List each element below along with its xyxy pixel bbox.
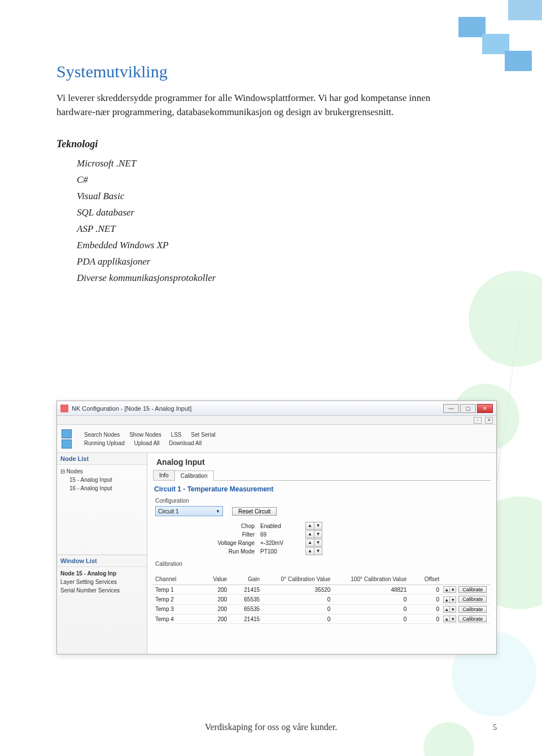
circuit-combo[interactable]: Circuit 1 ▼ <box>155 506 223 516</box>
offset-spin[interactable]: ▲▼ <box>444 596 456 603</box>
tech-item: ASP .NET <box>77 221 497 238</box>
cell-gain: 65535 <box>229 595 262 604</box>
intro-paragraph: Vi leverer skreddersydde programmer for … <box>56 91 440 119</box>
cell-hundred-cal: 0 <box>333 605 409 613</box>
cell-value: 200 <box>196 615 229 623</box>
tech-heading: Teknologi <box>56 138 497 150</box>
mdi-restore-button[interactable]: ▫ <box>474 417 482 424</box>
arrow-down-icon[interactable]: ▼ <box>314 531 322 538</box>
offset-spin[interactable]: ▲▼ <box>444 616 456 622</box>
arrow-down-icon[interactable]: ▼ <box>314 539 322 546</box>
tree-item[interactable]: 16 - Analog Input <box>60 484 143 493</box>
col-header: Channel <box>153 575 196 583</box>
arrow-up-icon[interactable]: ▲ <box>306 539 314 546</box>
window-list[interactable]: Node 15 - Analog Inp Layer Setting Servi… <box>57 567 147 654</box>
menu-item[interactable]: LSS <box>171 432 182 438</box>
table-row: Temp 220065535000▲▼Calibrate <box>153 595 491 604</box>
close-button[interactable]: ✕ <box>477 404 493 413</box>
cell-offset: 0 <box>409 615 442 623</box>
cell-hundred-cal: 0 <box>333 615 409 623</box>
tech-item: Diverse kommunikasjonsprotokoller <box>77 270 497 287</box>
reset-circuit-button[interactable]: Reset Circuit <box>232 507 277 516</box>
menu-item[interactable]: Running Upload <box>84 440 125 446</box>
cell-zero-cal: 35520 <box>262 586 333 594</box>
page-number: 5 <box>493 723 497 732</box>
minimize-button[interactable]: — <box>443 404 459 413</box>
arrow-up-icon[interactable]: ▲ <box>306 522 314 529</box>
menu-item[interactable]: Show Nodes <box>129 432 161 438</box>
menu-item[interactable]: Upload All <box>134 440 160 446</box>
arrow-down-icon[interactable]: ▼ <box>314 522 322 529</box>
menu-item[interactable]: Search Nodes <box>84 432 120 438</box>
arrow-up-icon[interactable]: ▲ <box>306 531 314 538</box>
cell-zero-cal: 0 <box>262 595 333 604</box>
cell-channel: Temp 3 <box>153 605 196 613</box>
arrow-up-icon[interactable]: ▲ <box>306 548 314 555</box>
spin-control[interactable]: ▲▼ <box>305 547 322 555</box>
param-value: 69 <box>260 531 305 538</box>
table-row: Temp 12002141535520488210▲▼Calibrate <box>153 585 491 595</box>
col-header: Offset <box>409 575 442 583</box>
arrow-down-icon[interactable]: ▼ <box>449 586 456 593</box>
tech-item: Microsoft .NET <box>77 156 497 172</box>
cell-value: 200 <box>196 605 229 613</box>
calibrate-button[interactable]: Calibrate <box>458 616 487 622</box>
calibration-label: Calibration <box>155 561 491 567</box>
arrow-down-icon[interactable]: ▼ <box>449 616 456 622</box>
mdi-close-button[interactable]: ✕ <box>485 417 493 424</box>
col-header: Gain <box>229 575 262 583</box>
offset-spin[interactable]: ▲▼ <box>444 606 456 613</box>
toolbar: Search Nodes Show Nodes LSS Set Serial R… <box>57 425 496 453</box>
tab-calibration[interactable]: Calibration <box>174 471 214 481</box>
param-value: PT100 <box>260 548 305 555</box>
cell-gain: 21415 <box>229 586 262 594</box>
menu-item[interactable]: Download All <box>169 440 202 446</box>
cell-zero-cal: 0 <box>262 615 333 623</box>
toolbar-icon[interactable] <box>62 439 72 449</box>
cell-value: 200 <box>196 595 229 604</box>
app-icon <box>60 405 68 412</box>
param-value: Enabled <box>260 523 305 529</box>
window-list-item[interactable]: Node 15 - Analog Inp <box>60 569 143 578</box>
param-label: Filter <box>198 531 260 538</box>
offset-spin[interactable]: ▲▼ <box>444 586 456 593</box>
mdi-child-controls: ▫ ✕ <box>57 416 496 425</box>
tech-item: Embedded Windows XP <box>77 238 497 254</box>
chevron-down-icon: ▼ <box>216 509 220 514</box>
table-row: Temp 420021415000▲▼Calibrate <box>153 614 491 624</box>
tree-item[interactable]: 15 - Analog Input <box>60 476 143 484</box>
param-label: Chop <box>198 523 260 529</box>
col-header: 0° Calibration Value <box>262 575 333 583</box>
app-screenshot: NK Configuration - [Node 15 - Analog Inp… <box>56 401 497 654</box>
spin-control[interactable]: ▲▼ <box>305 539 322 547</box>
col-header: 100° Calibration Value <box>333 575 409 583</box>
cell-gain: 65535 <box>229 605 262 613</box>
param-label: Run Mode <box>198 548 260 555</box>
node-tree[interactable]: ⊟ Nodes 15 - Analog Input 16 - Analog In… <box>57 465 147 555</box>
cell-channel: Temp 4 <box>153 615 196 623</box>
table-row: Temp 320065535000▲▼Calibrate <box>153 605 491 614</box>
calibrate-button[interactable]: Calibrate <box>458 606 487 613</box>
tab-info[interactable]: Info <box>153 470 175 480</box>
menu-item[interactable]: Set Serial <box>191 432 215 438</box>
tree-root[interactable]: Nodes <box>67 468 83 474</box>
calibrate-button[interactable]: Calibrate <box>458 586 487 593</box>
window-list-header: Window List <box>57 555 147 567</box>
spin-control[interactable]: ▲▼ <box>305 522 322 530</box>
col-header <box>442 575 491 583</box>
cell-channel: Temp 1 <box>153 586 196 594</box>
arrow-down-icon[interactable]: ▼ <box>449 606 456 613</box>
spin-control[interactable]: ▲▼ <box>305 530 322 538</box>
maximize-button[interactable]: ▢ <box>460 404 476 413</box>
arrow-down-icon[interactable]: ▼ <box>314 548 322 555</box>
arrow-down-icon[interactable]: ▼ <box>449 596 456 603</box>
window-list-item[interactable]: Serial Number Services <box>60 586 143 595</box>
cell-channel: Temp 2 <box>153 595 196 604</box>
toolbar-icon[interactable] <box>62 429 72 438</box>
cell-offset: 0 <box>409 595 442 604</box>
config-label: Configuration <box>155 498 491 504</box>
calibrate-button[interactable]: Calibrate <box>458 596 487 603</box>
window-list-item[interactable]: Layer Setting Services <box>60 578 143 586</box>
param-value: +-320mV <box>260 540 305 546</box>
cell-value: 200 <box>196 586 229 594</box>
